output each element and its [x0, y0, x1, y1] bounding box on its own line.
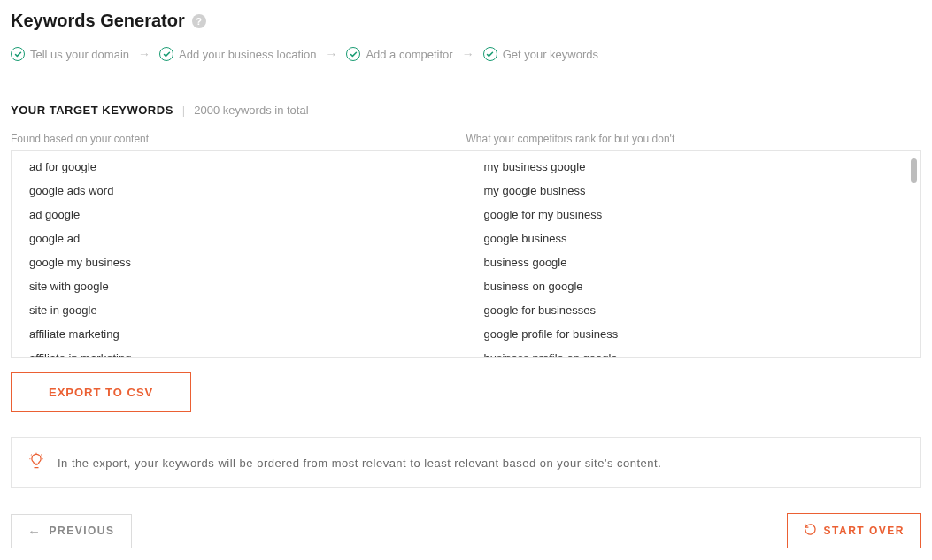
arrow-right-icon: → — [325, 47, 337, 61]
step-label: Add your business location — [179, 48, 316, 61]
list-item: google my business — [12, 250, 466, 274]
list-item: business google — [466, 250, 921, 274]
keywords-table: ad for google google ads word ad google … — [11, 150, 921, 358]
list-item: google ads word — [12, 179, 466, 203]
svg-line-4 — [41, 455, 42, 456]
previous-button[interactable]: ← PREVIOUS — [11, 514, 132, 548]
left-column-header: Found based on your content — [11, 133, 466, 145]
step-domain: Tell us your domain — [11, 47, 129, 61]
lightbulb-icon — [27, 452, 45, 473]
columns-header-row: Found based on your content What your co… — [11, 133, 921, 145]
right-keywords-column: my business google my google business go… — [466, 151, 921, 357]
list-item: business on google — [466, 274, 921, 298]
section-header: YOUR TARGET KEYWORDS | 2000 keywords in … — [11, 104, 921, 117]
list-item: ad for google — [12, 155, 466, 179]
step-location: Add your business location — [159, 47, 316, 61]
previous-label: PREVIOUS — [50, 525, 115, 537]
wizard-steps: Tell us your domain → Add your business … — [11, 47, 921, 61]
list-item: affiliate in marketing — [12, 346, 466, 358]
list-item: site with google — [12, 274, 466, 298]
restart-icon — [804, 523, 817, 539]
check-icon — [11, 47, 25, 61]
step-label: Get your keywords — [503, 48, 598, 61]
export-csv-button[interactable]: EXPORT TO CSV — [11, 372, 191, 412]
tip-box: In the export, your keywords will be ord… — [11, 437, 921, 488]
section-title: YOUR TARGET KEYWORDS — [11, 104, 173, 117]
list-item: ad google — [12, 203, 466, 226]
start-over-button[interactable]: START OVER — [787, 513, 921, 548]
arrow-left-icon: ← — [27, 524, 42, 539]
tip-text: In the export, your keywords will be ord… — [58, 456, 661, 470]
step-keywords: Get your keywords — [483, 47, 598, 61]
left-keywords-column: ad for google google ads word ad google … — [12, 151, 466, 357]
list-item: affiliate marketing — [12, 322, 466, 346]
arrow-right-icon: → — [138, 47, 150, 61]
list-item: google for my business — [466, 203, 921, 226]
list-item: google for businesses — [466, 298, 921, 322]
divider: | — [182, 104, 185, 117]
check-icon — [346, 47, 360, 61]
scrollbar-thumb[interactable] — [911, 158, 917, 183]
page-title: Keywords Generator — [11, 11, 185, 31]
help-icon[interactable]: ? — [192, 14, 206, 28]
step-competitor: Add a competitor — [346, 47, 452, 61]
step-label: Add a competitor — [366, 48, 452, 61]
arrow-right-icon: → — [462, 47, 474, 61]
list-item: business profile on google — [466, 346, 921, 358]
list-item: my business google — [466, 155, 921, 179]
svg-line-3 — [31, 455, 32, 456]
footer-actions: ← PREVIOUS START OVER — [11, 513, 921, 548]
list-item: google ad — [12, 226, 466, 250]
list-item: my google business — [466, 179, 921, 203]
page-header: Keywords Generator ? — [11, 11, 921, 31]
check-icon — [483, 47, 497, 61]
list-item: google business — [466, 226, 921, 250]
step-label: Tell us your domain — [30, 48, 129, 61]
section-subtitle: 2000 keywords in total — [194, 104, 308, 117]
start-over-label: START OVER — [824, 525, 905, 537]
right-column-header: What your competitors rank for but you d… — [466, 133, 922, 145]
list-item: site in google — [12, 298, 466, 322]
list-item: google profile for business — [466, 322, 921, 346]
check-icon — [159, 47, 173, 61]
